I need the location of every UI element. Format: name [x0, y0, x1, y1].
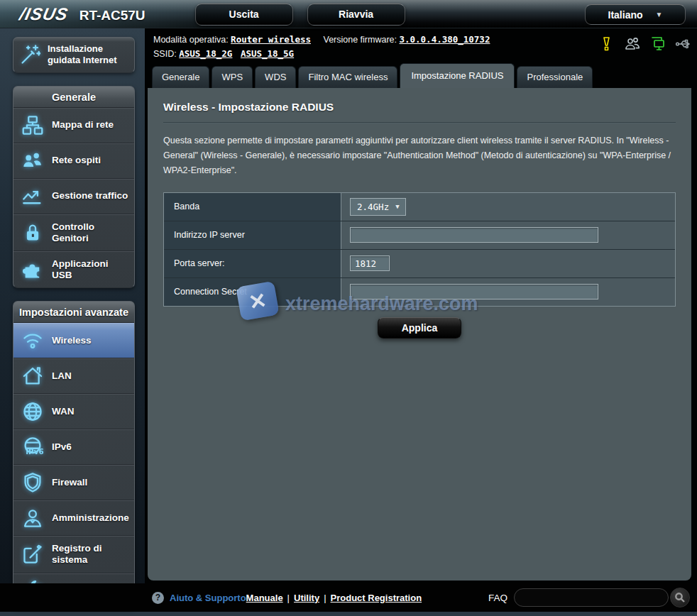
clients-icon[interactable]: [624, 35, 641, 53]
sidebar-item-label: Registro di sistema: [52, 543, 130, 566]
faq-search-button[interactable]: [670, 588, 690, 607]
firmware-version-link[interactable]: 3.0.0.4.380_10732: [399, 34, 490, 45]
table-row: Banda 2.4GHz ▼: [164, 193, 675, 221]
tab-wds[interactable]: WDS: [255, 66, 296, 88]
router-admin-page: /ISUS RT-AC57U Uscita Riavvia Italiano ▼…: [0, 0, 697, 616]
faq-label: FAQ: [488, 593, 507, 603]
sidebar-item-label: Mappa di rete: [52, 119, 114, 131]
sidebar-item-network-map[interactable]: Mappa di rete: [13, 108, 134, 143]
table-row: Connection Secret: [164, 278, 675, 306]
field-label: Indirizzo IP server: [164, 221, 341, 249]
section-title: Impostazioni avanzate: [13, 302, 134, 323]
reboot-button[interactable]: Riavvia: [307, 4, 405, 26]
link-separator: |: [324, 593, 326, 603]
sidebar-item-wireless[interactable]: Wireless: [13, 323, 134, 358]
band-select[interactable]: 2.4GHz ▼: [350, 198, 406, 216]
asus-logo: /ISUS: [18, 4, 70, 24]
sidebar-item-wan[interactable]: WAN: [13, 394, 134, 429]
sidebar-item-system-log[interactable]: Registro di sistema: [13, 536, 134, 573]
tab-generale[interactable]: Generale: [152, 66, 209, 88]
lan-devices-icon[interactable]: [649, 35, 666, 53]
status-icons: [598, 35, 692, 53]
ssid-5g-link[interactable]: ASUS_18_5G: [241, 48, 294, 59]
logout-button[interactable]: Uscita: [195, 4, 293, 26]
ipv6-icon: IPv6: [22, 436, 43, 458]
sidebar-item-ipv6[interactable]: IPv6 IPv6: [13, 429, 134, 465]
system-log-icon: [22, 544, 43, 565]
tab-impostazione-radius[interactable]: Impostazione RADIUS: [400, 63, 515, 88]
sidebar-item-label: Firewall: [52, 477, 87, 488]
server-ip-input[interactable]: [350, 227, 598, 243]
operation-mode-link[interactable]: Router wireless: [231, 34, 311, 45]
link-separator: |: [287, 593, 290, 603]
utility-link[interactable]: Utility: [294, 593, 319, 603]
sidebar-item-firewall[interactable]: Firewall: [13, 465, 134, 500]
language-label: Italiano: [608, 9, 643, 21]
network-map-icon: [22, 115, 43, 136]
field-label: Banda: [164, 193, 341, 221]
sidebar-item-guest-network[interactable]: Rete ospiti: [13, 143, 134, 179]
firmware-alert-icon[interactable]: [598, 35, 615, 53]
footer: ? Aiuto & Supporto Manuale | Utility | P…: [0, 583, 697, 612]
usb-application-icon: [22, 259, 43, 280]
firmware-label: Versione firmware:: [323, 35, 397, 45]
content-panel: Wireless - Impostazione RADIUS Questa se…: [148, 88, 691, 581]
field-label: Porta server:: [164, 250, 341, 277]
apply-button[interactable]: Applica: [378, 317, 461, 339]
sidebar-item-parental-control[interactable]: Controllo Genitori: [13, 214, 134, 251]
ssid-label: SSID:: [153, 49, 177, 59]
traffic-manager-icon: [22, 186, 43, 207]
band-select-value: 2.4GHz: [357, 202, 389, 212]
sidebar: Installazione guidata Internet Generale …: [0, 28, 145, 583]
table-row: Indirizzo IP server: [164, 221, 675, 250]
top-bar: /ISUS RT-AC57U Uscita Riavvia Italiano ▼: [0, 0, 697, 28]
faq-search-input[interactable]: [514, 588, 669, 607]
magic-wand-icon: [19, 44, 40, 65]
chevron-down-icon: ▼: [395, 203, 399, 210]
product-registration-link[interactable]: Product Registration: [331, 593, 422, 603]
search-icon: [674, 592, 686, 603]
main-area: Modalità operativa: Router wireless Vers…: [145, 28, 697, 583]
sidebar-item-label: Installazione guidata Internet: [48, 43, 128, 67]
brand: /ISUS RT-AC57U: [20, 4, 146, 24]
tab-wps[interactable]: WPS: [212, 66, 253, 88]
wireless-tabs: Generale WPS WDS Filtro MAC wireless Imp…: [145, 62, 697, 88]
sidebar-item-label: Gestione traffico: [52, 190, 128, 202]
tab-professionale[interactable]: Professionale: [517, 66, 593, 88]
sidebar-item-label: Controllo Genitori: [52, 221, 130, 244]
parental-control-icon: [22, 222, 43, 243]
language-selector[interactable]: Italiano ▼: [585, 4, 686, 25]
sidebar-section-general: Generale Mappa di rete Rete ospiti: [13, 86, 135, 289]
operation-mode-label: Modalità operativa:: [153, 35, 229, 45]
bottom-strip: [0, 612, 697, 616]
sidebar-item-quick-setup[interactable]: Installazione guidata Internet: [13, 37, 135, 73]
wan-icon: [22, 401, 43, 422]
title-divider: [163, 122, 676, 123]
page-description: Questa sezione permette di impostare par…: [163, 133, 676, 179]
firewall-icon: [22, 472, 43, 493]
usb-icon[interactable]: [675, 35, 692, 53]
wireless-icon: [22, 330, 43, 351]
radius-settings-table: Banda 2.4GHz ▼ Indirizzo IP server: [163, 192, 676, 307]
sidebar-item-label: Applicazioni USB: [52, 258, 130, 281]
sidebar-item-label: Amministrazione: [52, 512, 129, 524]
chevron-down-icon: ▼: [656, 11, 663, 18]
sidebar-item-traffic-manager[interactable]: Gestione traffico: [13, 179, 134, 214]
server-port-input[interactable]: [350, 255, 390, 271]
sidebar-section-advanced: Impostazioni avanzate Wireless LAN: [13, 301, 135, 608]
sidebar-item-label: Rete ospiti: [52, 155, 101, 166]
section-title: Generale: [13, 87, 134, 108]
page-title: Wireless - Impostazione RADIUS: [163, 101, 676, 114]
field-label: Connection Secret: [164, 278, 341, 306]
manual-link[interactable]: Manuale: [246, 593, 283, 603]
sidebar-item-usb-application[interactable]: Applicazioni USB: [13, 251, 134, 287]
administration-icon: [22, 507, 43, 529]
connection-secret-input[interactable]: [350, 284, 598, 299]
tab-filtro-mac[interactable]: Filtro MAC wireless: [298, 66, 397, 88]
ssid-2g-link[interactable]: ASUS_18_2G: [179, 48, 232, 59]
sidebar-item-lan[interactable]: LAN: [13, 358, 134, 394]
sidebar-item-administration[interactable]: Amministrazione: [13, 500, 134, 536]
help-icon: ?: [152, 592, 164, 604]
sidebar-item-label: Wireless: [52, 335, 91, 346]
model-name: RT-AC57U: [79, 8, 146, 23]
